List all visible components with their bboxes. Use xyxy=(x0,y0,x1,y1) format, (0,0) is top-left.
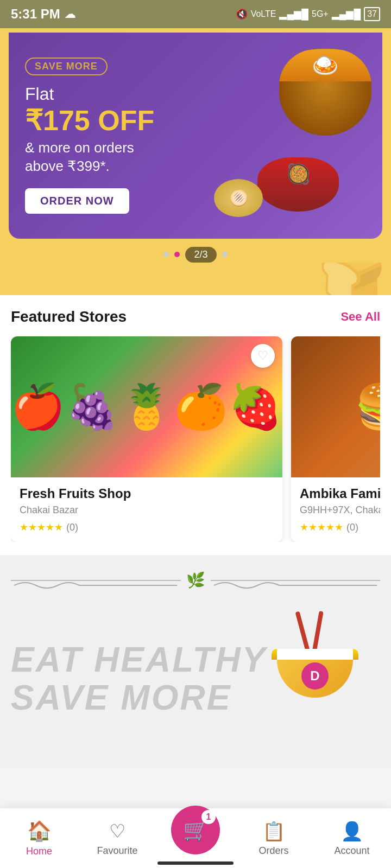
divider-section: 🌿 xyxy=(0,555,391,605)
divider-right xyxy=(211,580,381,581)
5g-icon: 5G+ xyxy=(312,9,329,19)
banner-subtitle: & more on ordersabove ₹399*. xyxy=(25,139,366,176)
orders-icon: 📋 xyxy=(262,820,285,842)
store-card-fruits[interactable]: 🍎🍇🍍🍊🍓 ♡ Fresh Fruits Shop Chakai Bazar ★… xyxy=(11,336,282,542)
section-header: Featured Stores See All xyxy=(11,308,380,326)
burger-image: 🍔 xyxy=(291,336,380,477)
banner-content: SAVE MORE Flat ₹175 OFF & more on orders… xyxy=(25,58,366,214)
bowl-rice xyxy=(277,649,353,660)
dot-1 xyxy=(163,252,169,257)
store-image-fruits: 🍎🍇🍍🍊🍓 ♡ xyxy=(11,336,282,477)
nav-orders[interactable]: 📋 Orders xyxy=(235,820,313,857)
store-info-fruits: Fresh Fruits Shop Chakai Bazar ★★★★★ (0) xyxy=(11,477,282,542)
store-name-fruits: Fresh Fruits Shop xyxy=(20,486,274,501)
see-all-link[interactable]: See All xyxy=(340,310,380,324)
slide-indicator: 2/3 xyxy=(185,247,216,263)
eat-healthy-text: Eat Healthy Save More xyxy=(11,641,267,717)
cloud-icon: ☁ xyxy=(65,8,75,21)
favourite-button-fruits[interactable]: ♡ xyxy=(251,344,275,368)
eat-text-container: Eat Healthy Save More xyxy=(11,641,267,717)
section-title: Featured Stores xyxy=(11,308,127,326)
orders-label: Orders xyxy=(258,845,288,857)
dot-3 xyxy=(222,252,228,257)
stars-fruits: ★★★★★ xyxy=(20,521,63,533)
nav-favourite[interactable]: ♡ Favourite xyxy=(78,820,156,857)
status-right: 🔇 VoLTE ▂▄▆█ 5G+ ▂▄▆█ 37 xyxy=(236,7,380,21)
banner-flat-text: Flat xyxy=(25,84,366,104)
home-icon: 🏠 xyxy=(27,820,52,843)
signal-icon: VoLTE xyxy=(251,9,276,19)
signal-bars: ▂▄▆█ xyxy=(279,8,308,20)
store-location-fruits: Chakai Bazar xyxy=(20,505,274,516)
banner-dots: 2/3 xyxy=(0,246,391,263)
signal-bars-2: ▂▄▆█ xyxy=(332,8,361,20)
bowl-body: D xyxy=(277,649,353,698)
status-bar: 5:31 PM ☁ 🔇 VoLTE ▂▄▆█ 5G+ ▂▄▆█ 37 xyxy=(0,0,391,28)
bowl-logo-graphic: D xyxy=(272,622,358,698)
banner-wrapper: SAVE MORE Flat ₹175 OFF & more on orders… xyxy=(0,28,391,295)
cart-badge: 1 xyxy=(201,810,216,824)
banner-amount: ₹175 OFF xyxy=(25,106,366,135)
favourite-label: Favourite xyxy=(97,845,137,857)
order-now-button[interactable]: ORDER NOW xyxy=(25,188,129,214)
battery-icon: 37 xyxy=(364,7,380,21)
mute-icon: 🔇 xyxy=(236,8,248,20)
store-card-restaurant[interactable]: 🍔 Ambika Family Restaurant G9HH+97X, Cha… xyxy=(291,336,380,542)
cart-button[interactable]: 🛒 1 xyxy=(171,806,220,854)
divider-swirl-left: 🌿 xyxy=(186,571,205,589)
nav-account[interactable]: 👤 Account xyxy=(313,820,391,857)
store-rating-restaurant: ★★★★★ (0) xyxy=(300,521,380,533)
home-indicator xyxy=(157,861,234,865)
featured-stores-section: Featured Stores See All 🍎🍇🍍🍊🍓 ♡ Fresh Fr… xyxy=(0,295,391,555)
nav-home[interactable]: 🏠 Home xyxy=(0,820,78,857)
status-time: 5:31 PM ☁ xyxy=(11,7,75,22)
time-display: 5:31 PM xyxy=(11,7,60,22)
nav-cart[interactable]: 🛒 1 xyxy=(156,822,235,854)
store-location-restaurant: G9HH+97X, Chakai More, Cha... xyxy=(300,505,380,516)
store-info-restaurant: Ambika Family Restaurant G9HH+97X, Chaka… xyxy=(291,477,380,542)
promo-banner: SAVE MORE Flat ₹175 OFF & more on orders… xyxy=(9,33,382,239)
stars-restaurant: ★★★★★ xyxy=(300,521,343,533)
account-label: Account xyxy=(334,845,369,857)
store-rating-fruits: ★★★★★ (0) xyxy=(20,521,274,533)
dot-2 xyxy=(174,252,180,257)
divider-left xyxy=(11,580,181,581)
rating-count-fruits: (0) xyxy=(66,522,78,533)
stores-row: 🍎🍇🍍🍊🍓 ♡ Fresh Fruits Shop Chakai Bazar ★… xyxy=(11,336,380,542)
fruits-image: 🍎🍇🍍🍊🍓 xyxy=(11,336,282,477)
rating-count-restaurant: (0) xyxy=(346,522,358,533)
store-image-restaurant: 🍔 xyxy=(291,336,380,477)
bowl-logo-d: D xyxy=(301,662,329,690)
eat-healthy-section: Eat Healthy Save More D xyxy=(0,605,391,768)
home-label: Home xyxy=(26,846,52,857)
account-icon: 👤 xyxy=(340,820,363,842)
heart-icon: ♡ xyxy=(109,820,125,842)
save-more-badge: SAVE MORE xyxy=(25,58,108,75)
bottom-navigation: 🏠 Home ♡ Favourite 🛒 1 📋 Orders 👤 Accoun… xyxy=(0,808,391,868)
store-name-restaurant: Ambika Family Restaurant xyxy=(300,486,380,501)
